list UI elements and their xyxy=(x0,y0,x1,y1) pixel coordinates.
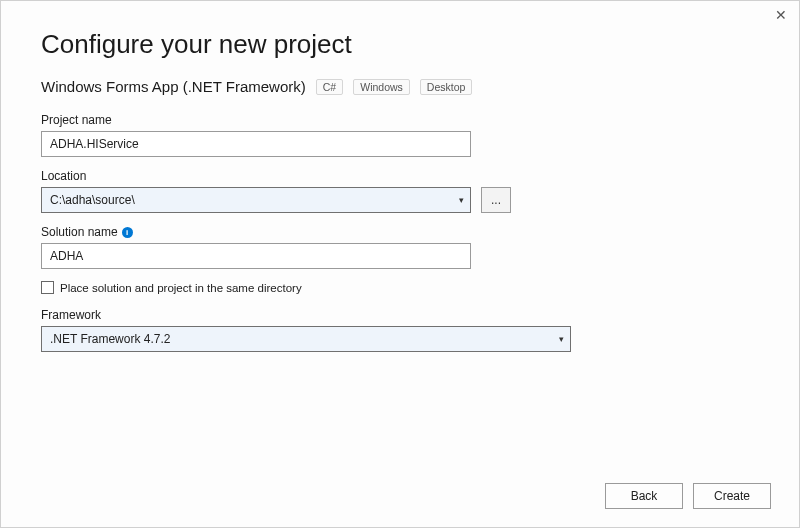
browse-button[interactable]: ... xyxy=(481,187,511,213)
ellipsis-icon: ... xyxy=(491,193,501,207)
chevron-down-icon: ▾ xyxy=(559,334,564,344)
tag-platform: Windows xyxy=(353,79,410,95)
back-button[interactable]: Back xyxy=(605,483,683,509)
template-subhead: Windows Forms App (.NET Framework) C# Wi… xyxy=(41,78,759,95)
same-directory-row: Place solution and project in the same d… xyxy=(41,281,759,294)
framework-combo[interactable]: .NET Framework 4.7.2 ▾ xyxy=(41,326,571,352)
project-name-label: Project name xyxy=(41,113,759,127)
create-button[interactable]: Create xyxy=(693,483,771,509)
info-icon[interactable]: i xyxy=(122,227,133,238)
location-field: Location C:\adha\source\ ▾ ... xyxy=(41,169,759,213)
solution-name-label: Solution name xyxy=(41,225,118,239)
dialog-body: Configure your new project Windows Forms… xyxy=(1,1,799,352)
tag-project-type: Desktop xyxy=(420,79,473,95)
footer: Back Create xyxy=(605,483,771,509)
framework-field: Framework .NET Framework 4.7.2 ▾ xyxy=(41,308,759,352)
solution-name-input[interactable] xyxy=(41,243,471,269)
chevron-down-icon: ▾ xyxy=(459,195,464,205)
framework-label: Framework xyxy=(41,308,759,322)
framework-value: .NET Framework 4.7.2 xyxy=(50,332,170,346)
location-value: C:\adha\source\ xyxy=(50,193,135,207)
location-label: Location xyxy=(41,169,759,183)
tag-language: C# xyxy=(316,79,343,95)
same-directory-checkbox[interactable] xyxy=(41,281,54,294)
page-title: Configure your new project xyxy=(41,29,759,60)
location-combo[interactable]: C:\adha\source\ ▾ xyxy=(41,187,471,213)
project-name-field: Project name xyxy=(41,113,759,157)
template-name: Windows Forms App (.NET Framework) xyxy=(41,78,306,95)
close-button[interactable]: ✕ xyxy=(773,7,789,23)
same-directory-label: Place solution and project in the same d… xyxy=(60,282,302,294)
solution-name-field: Solution name i xyxy=(41,225,759,269)
project-name-input[interactable] xyxy=(41,131,471,157)
close-icon: ✕ xyxy=(775,7,787,23)
